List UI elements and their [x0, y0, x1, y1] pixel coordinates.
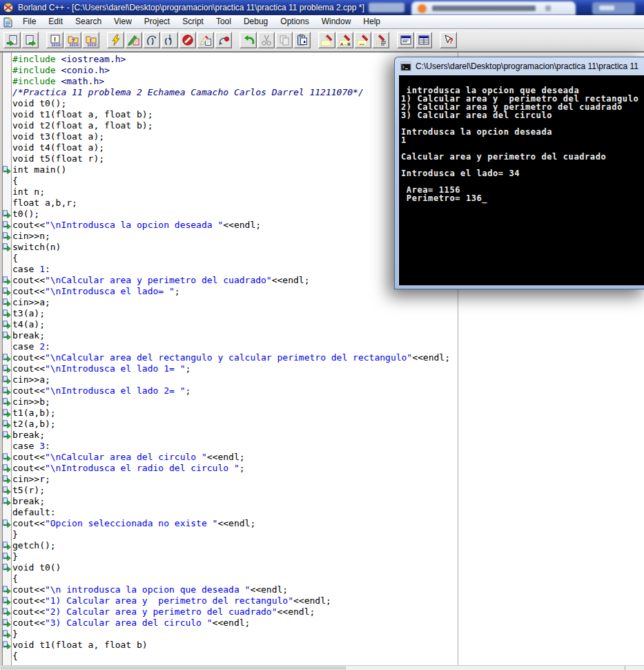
code-line[interactable]: switch(n): [12, 242, 450, 253]
code-line[interactable]: cout<<"2) Calcular area y perimetro del …: [12, 606, 450, 618]
code-line[interactable]: cin>>b;: [12, 396, 450, 408]
horizontal-scrollbar[interactable]: [0, 665, 644, 670]
menu-item-window[interactable]: Window: [315, 15, 358, 28]
open-file-button[interactable]: [3, 32, 21, 48]
code-line[interactable]: cin>>n;: [12, 231, 450, 242]
code-line[interactable]: #include <math.h>: [12, 76, 450, 87]
project-window-button[interactable]: [415, 32, 432, 48]
code-line[interactable]: break;: [12, 496, 450, 507]
code-line[interactable]: void t2(float a, float b);: [12, 120, 450, 131]
menu-item-options[interactable]: Options: [274, 15, 315, 28]
editor-gutter[interactable]: [3, 52, 12, 665]
menu-item-edit[interactable]: Edit: [42, 15, 69, 28]
code-line[interactable]: t5(r);: [12, 485, 450, 496]
save-file-button[interactable]: [21, 32, 39, 48]
code-area[interactable]: #include <iostream.h>#include <conio.h>#…: [12, 54, 450, 662]
code-line[interactable]: cout<<"\nIntrodusca el radio del circulo…: [12, 463, 450, 474]
message-window-button[interactable]: [397, 32, 414, 48]
code-line[interactable]: void t3(float a);: [12, 131, 450, 142]
menu-item-script[interactable]: Script: [176, 15, 210, 28]
menu-item-help[interactable]: Help: [357, 15, 387, 28]
code-line[interactable]: case 1:: [12, 264, 450, 275]
build-project-button[interactable]: !10101: [82, 32, 99, 48]
paste-icon: [296, 34, 309, 46]
program-reset-button[interactable]: [179, 32, 196, 48]
code-line[interactable]: cout<<"\n introdusca la opcion que desea…: [12, 584, 450, 595]
replace-button[interactable]: A→B: [336, 32, 353, 48]
compile-unit-button[interactable]: !10101: [46, 32, 64, 48]
code-line[interactable]: cout<<"\nIntrodusca el lado 1= ";: [12, 363, 450, 374]
browse-symbol-button[interactable]: [372, 32, 389, 48]
code-line[interactable]: }: [12, 629, 450, 640]
code-line[interactable]: #include <conio.h>: [12, 65, 450, 76]
code-token: <iostream.h>: [61, 54, 126, 64]
toggle-breakpoint-button[interactable]: [197, 32, 214, 48]
code-line[interactable]: void t5(float r);: [12, 153, 450, 164]
step-over-button[interactable]: ( ): [143, 32, 160, 48]
code-line[interactable]: case 2:: [12, 341, 450, 352]
code-line[interactable]: cin>>a;: [12, 297, 450, 308]
code-line[interactable]: cout<<"\nCalcular area del rectangulo y …: [12, 352, 450, 363]
code-line[interactable]: void t1(float a, float b);: [12, 109, 450, 120]
background-browser-tab[interactable]: [411, 1, 576, 15]
code-line[interactable]: cout<<"\nCalcular area del circulo "<<en…: [12, 452, 450, 463]
code-line[interactable]: {: [12, 253, 450, 264]
code-line[interactable]: cout<<"Opcion seleccionada no existe "<<…: [12, 518, 450, 529]
search-button[interactable]: [318, 32, 335, 48]
code-token: ;: [175, 286, 180, 296]
paste-button[interactable]: [293, 32, 311, 48]
code-line[interactable]: void t0(): [12, 562, 450, 573]
code-line[interactable]: t1(a,b);: [12, 408, 450, 419]
search-again-button[interactable]: ...: [354, 32, 371, 48]
code-line[interactable]: case 3:: [12, 441, 450, 452]
context-help-button[interactable]: ?: [440, 32, 457, 48]
code-line[interactable]: t4(a);: [12, 319, 450, 330]
menu-item-search[interactable]: Search: [69, 15, 108, 28]
code-line[interactable]: t2(a,b);: [12, 419, 450, 430]
code-line[interactable]: break;: [12, 430, 450, 441]
code-line[interactable]: #include <iostream.h>: [12, 54, 450, 65]
code-line[interactable]: cout<<"\nCalcular area y perimetro del c…: [12, 275, 450, 286]
code-line[interactable]: cin>>a;: [12, 374, 450, 385]
code-line[interactable]: {: [12, 573, 450, 584]
code-line[interactable]: }: [12, 529, 450, 540]
menu-item-file[interactable]: File: [17, 15, 42, 28]
code-line[interactable]: default:: [12, 507, 450, 518]
code-line[interactable]: cout<<"\nIntrodusca el lado 2= ";: [12, 385, 450, 396]
menu-item-view[interactable]: View: [108, 15, 138, 28]
code-line[interactable]: getch();: [12, 540, 450, 551]
run-button[interactable]: [107, 32, 124, 48]
code-line[interactable]: int main(): [12, 164, 450, 175]
code-line[interactable]: cout<<"\nIntrodusca el lado= ";: [12, 286, 450, 297]
code-line[interactable]: void t0();: [12, 98, 450, 109]
scrollbar-thumb[interactable]: [1, 667, 346, 669]
app-titlebar[interactable]: Borland C++ - [C:\Users\darel\Desktop\pr…: [0, 0, 644, 15]
code-line[interactable]: break;: [12, 330, 450, 341]
code-line[interactable]: void t1(float a, float b): [12, 640, 450, 651]
make-project-button[interactable]: ?10101: [64, 32, 81, 48]
code-line[interactable]: t3(a);: [12, 308, 450, 319]
undo-button[interactable]: [240, 32, 257, 48]
console-titlebar[interactable]: C:\Users\darel\Desktop\programacion\prac…: [395, 57, 644, 75]
code-line[interactable]: /*Practica 11 problema 2 Echamea Camacho…: [12, 87, 450, 98]
code-line[interactable]: cout<<"1) Calcular area y perimetro del …: [12, 595, 450, 606]
debug-run-button[interactable]: [125, 32, 142, 48]
menu-item-debug[interactable]: Debug: [237, 15, 274, 28]
console-output[interactable]: introdusca la opcion que deseada1) Calcu…: [398, 75, 644, 285]
code-line[interactable]: cin>>r;: [12, 474, 450, 485]
code-line[interactable]: float a,b,r;: [12, 198, 450, 209]
code-line[interactable]: cout<<"\nIntrodusca la opcion deseada "<…: [12, 220, 450, 231]
code-line[interactable]: t0();: [12, 209, 450, 220]
code-line[interactable]: int n;: [12, 186, 450, 198]
svg-text:10101: 10101: [69, 43, 79, 47]
menu-item-tool[interactable]: Tool: [210, 15, 237, 28]
code-line[interactable]: {: [12, 175, 450, 186]
menu-item-project[interactable]: Project: [138, 15, 176, 28]
code-line[interactable]: cout<<"3) Calcular area del circulo "<<e…: [12, 618, 450, 629]
code-line[interactable]: {: [12, 651, 450, 662]
trace-into-button[interactable]: ( ): [161, 32, 178, 48]
background-tab-close-icon[interactable]: [545, 6, 551, 11]
code-line[interactable]: }: [12, 551, 450, 562]
find-execution-point-button[interactable]: [215, 32, 232, 48]
code-line[interactable]: void t4(float a);: [12, 142, 450, 153]
